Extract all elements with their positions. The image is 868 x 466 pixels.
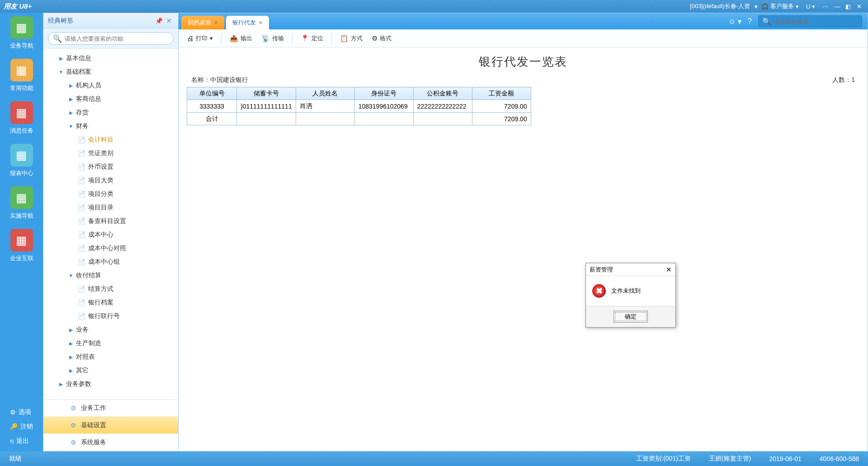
dialog-ok-button[interactable]: 确定	[613, 311, 648, 323]
toolbar-icon: 🖨	[187, 34, 193, 42]
content-tab[interactable]: 我的桌面✕	[181, 16, 224, 29]
rail-bottom-item[interactable]: ⚙选项	[10, 408, 33, 416]
tree-bottom-tab[interactable]: ⚙基础设置	[43, 417, 178, 434]
tree-node-label: 银行档案	[88, 299, 113, 307]
tree-leaf[interactable]: 📄成本中心对照	[43, 242, 178, 255]
headset-icon: 🎧	[761, 3, 769, 10]
tree-node-label: 银行联行号	[88, 312, 120, 320]
tree-arrow-icon: ▶	[58, 381, 64, 387]
tree-branch[interactable]: ▶业务	[43, 323, 178, 337]
rail-item[interactable]: ▦消息任务	[10, 101, 33, 135]
toolbar-icon: 📍	[301, 34, 309, 43]
customer-service-button[interactable]: 🎧客户服务▾	[758, 2, 802, 10]
pin-icon[interactable]: 📌	[153, 17, 165, 24]
rail-item-label: 报表中心	[10, 169, 33, 177]
tree-node-label: 会计科目	[88, 136, 113, 144]
status-bar: 就绪 工资类别:(001)工资 王妍(账套主管) 2019-06-01 4006…	[0, 452, 868, 466]
tree-branch[interactable]: ▶存货	[43, 106, 178, 119]
more-menu-button[interactable]: ⋯	[819, 3, 832, 10]
error-icon: ✖	[592, 284, 606, 298]
table-header: 单位编号	[187, 87, 237, 100]
dialog-header[interactable]: 薪资管理 ✕	[586, 263, 675, 276]
tree-branch[interactable]: ▼财务	[43, 119, 178, 133]
tree-leaf[interactable]: 📄项目目录	[43, 201, 178, 214]
table-cell: 3333333	[187, 100, 237, 113]
document-icon: 📄	[78, 150, 85, 157]
tab-close-icon[interactable]: ✕	[214, 20, 218, 26]
u-menu-button[interactable]: U ▾	[802, 3, 819, 10]
tree-branch[interactable]: ▼基础档案	[43, 65, 178, 79]
tree-branch[interactable]: ▶其它	[43, 364, 178, 377]
tree-leaf[interactable]: 📄项目大类	[43, 174, 178, 187]
content-tab[interactable]: 银行代发✕	[226, 16, 269, 29]
table-row[interactable]: 3333333)01111111111111肖洒1083199610206922…	[187, 100, 531, 113]
toolbar-label: 格式	[380, 34, 392, 43]
tree-leaf[interactable]: 📄备查科目设置	[43, 214, 178, 228]
bill-search-input[interactable]	[774, 18, 858, 25]
help-icon[interactable]: ?	[748, 17, 752, 25]
smiley-icon[interactable]: ☺ ▾	[728, 17, 741, 26]
tree-branch[interactable]: ▶对照表	[43, 350, 178, 364]
tree-bottom-tab[interactable]: ⚙业务工作	[43, 399, 178, 417]
tree-leaf[interactable]: 📄成本中心	[43, 228, 178, 242]
toolbar-button-输出[interactable]: 📤输出	[226, 33, 256, 44]
tree-leaf[interactable]: 📄银行联行号	[43, 309, 178, 323]
document-icon: 📄	[78, 285, 85, 293]
tree-node-label: 存货	[76, 109, 89, 117]
tree-node-label: 成本中心组	[88, 258, 120, 266]
tree-search-box[interactable]: 🔍	[48, 32, 174, 45]
rail-item[interactable]: ▦实施导航	[10, 186, 33, 220]
tree-branch[interactable]: ▶机构人员	[43, 79, 178, 92]
tree-branch[interactable]: ▶生产制造	[43, 337, 178, 350]
rail-item[interactable]: ▦企业互联	[10, 229, 33, 262]
document-icon: 📄	[78, 218, 85, 225]
document-icon: 📄	[78, 190, 85, 198]
dialog-close-icon[interactable]: ✕	[666, 266, 672, 274]
toolbar-button-定位[interactable]: 📍定位	[297, 33, 327, 44]
minimize-button[interactable]: —	[832, 3, 843, 10]
rail-item[interactable]: ▦常用功能	[10, 59, 33, 92]
dropdown-caret-icon[interactable]: ▾	[755, 3, 758, 10]
rail-item-label: 常用功能	[10, 84, 33, 92]
rail-bottom-label: 注销	[20, 423, 33, 431]
rail-bottom-icon: ⚙	[10, 409, 16, 416]
toolbar-button-打印[interactable]: 🖨打印 ▾	[183, 33, 217, 44]
tree-branch[interactable]: ▶基本信息	[43, 52, 178, 65]
close-window-button[interactable]: ✕	[854, 3, 864, 10]
tree-view[interactable]: ▶基本信息▼基础档案▶机构人员▶客商信息▶存货▼财务📄会计科目📄凭证类别📄外币设…	[43, 49, 178, 399]
tree-leaf[interactable]: 📄成本中心组	[43, 255, 178, 269]
tree-title: 经典树形	[48, 17, 73, 25]
toolbar-button-方式[interactable]: 📋方式	[336, 33, 366, 44]
maximize-button[interactable]: ◧	[843, 3, 854, 10]
table-header: 人员姓名	[296, 87, 354, 100]
rail-bottom-item[interactable]: 🔑注销	[10, 423, 33, 431]
tree-branch[interactable]: ▶业务参数	[43, 377, 178, 391]
tree-search-input[interactable]	[65, 35, 169, 42]
tree-leaf[interactable]: 📄银行档案	[43, 296, 178, 309]
tree-header: 经典树形 📌 ✕	[43, 13, 178, 29]
document-icon: 📄	[78, 299, 85, 306]
tree-arrow-icon: ▶	[58, 56, 64, 62]
tab-close-icon[interactable]: ✕	[259, 20, 263, 26]
toolbar-button-格式[interactable]: ⚙格式	[368, 33, 395, 44]
tree-leaf[interactable]: 📄凭证类别	[43, 147, 178, 160]
document-icon: 📄	[78, 231, 85, 238]
tree-leaf[interactable]: 📄会计科目	[43, 133, 178, 147]
toolbar-button-传输[interactable]: 📡传输	[258, 33, 288, 44]
tree-bottom-tab[interactable]: ⚙系统服务	[43, 434, 178, 451]
tree-leaf[interactable]: 📄项目分类	[43, 187, 178, 201]
rail-bottom-item[interactable]: ⎋退出	[10, 437, 33, 445]
tabs-bar: 我的桌面✕银行代发✕ ☺ ▾ ? 🔍	[179, 13, 868, 29]
search-icon: 🔍	[53, 34, 62, 43]
tree-leaf[interactable]: 📄结算方式	[43, 282, 178, 296]
rail-item[interactable]: ▦报表中心	[10, 144, 33, 177]
tree-node-label: 机构人员	[76, 81, 101, 90]
rail-item[interactable]: ▦业务导航	[10, 16, 33, 50]
document-icon: 📄	[78, 245, 85, 252]
bill-search-box[interactable]: 🔍	[758, 15, 862, 27]
tree-leaf[interactable]: 📄外币设置	[43, 160, 178, 174]
tree-close-icon[interactable]: ✕	[165, 17, 174, 24]
toolbar-icon: 📤	[230, 34, 238, 43]
tree-branch[interactable]: ▶客商信息	[43, 92, 178, 106]
tree-branch[interactable]: ▼收付结算	[43, 269, 178, 282]
